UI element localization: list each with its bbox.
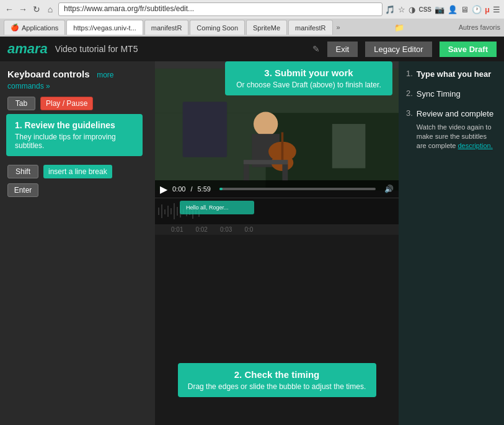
tab-manifestr2[interactable]: manifestR xyxy=(288,20,333,35)
apple-icon: 🍎 xyxy=(11,24,19,32)
svg-rect-9 xyxy=(244,164,249,181)
reload-button[interactable]: ↻ xyxy=(31,4,42,15)
timeline-bar: 0:01 0:02 0:03 0:0 xyxy=(155,224,399,235)
timeline-mark-2: 0:02 xyxy=(195,226,207,233)
waveform-svg: Hello all, Roger... xyxy=(155,198,399,224)
step-3-detail: Watch the video again to make sure the s… xyxy=(417,123,497,151)
video-controls: ▶ 0:00 / 5:59 🔊 xyxy=(155,180,399,198)
tooltip-submit-work[interactable]: 3. Submit your work Or choose Save Draft… xyxy=(225,61,392,95)
exit-button[interactable]: Exit xyxy=(327,42,358,57)
css-icon: CSS xyxy=(418,6,431,13)
home-button[interactable]: ⌂ xyxy=(45,4,56,15)
amara-header: amara Video tutorial for MT5 ✎ Exit Lega… xyxy=(0,37,504,61)
tooltip-submit-title: 3. Submit your work xyxy=(235,68,382,78)
step-3-text: Review and complete xyxy=(417,109,493,118)
svg-text:Hello all, Roger...: Hello all, Roger... xyxy=(186,204,229,211)
tooltip-review-body: They include tips for improving subtitle… xyxy=(15,133,134,150)
svg-rect-7 xyxy=(281,132,284,160)
back-button[interactable]: ← xyxy=(4,4,15,15)
progress-fill xyxy=(219,188,223,190)
screenshot-icon: 📷 xyxy=(435,5,444,14)
svg-rect-8 xyxy=(244,160,288,164)
timeline-mark-1: 0:01 xyxy=(171,226,183,233)
step-3: 3. Review and complete Watch the video a… xyxy=(406,108,497,151)
menu-icon[interactable]: ☰ xyxy=(493,5,500,14)
svg-rect-20 xyxy=(177,207,178,216)
step-2: 2. Sync Timing xyxy=(406,89,497,100)
svg-rect-18 xyxy=(170,208,172,214)
waveform-area: Hello all, Roger Larthaud, guitar teache… xyxy=(155,198,399,224)
tooltip-review-guidelines[interactable]: 1. Review the guidelines They include ti… xyxy=(6,114,143,156)
shift-enter-row: Shift Enter insert a line break xyxy=(7,165,148,199)
svg-rect-14 xyxy=(158,208,159,215)
svg-rect-10 xyxy=(282,164,288,181)
tab-coming-soon[interactable]: Coming Soon xyxy=(190,20,245,35)
step-1: 1. Type what you hear xyxy=(406,69,497,80)
svg-rect-19 xyxy=(174,203,175,219)
commands-link[interactable]: commands » xyxy=(7,82,148,90)
tab-vegas[interactable]: https://vegas.univ-t... xyxy=(66,20,143,35)
favorites-label[interactable]: Autres favoris xyxy=(459,24,500,31)
save-draft-button[interactable]: Save Draft xyxy=(440,42,497,57)
tooltip-review-title: 1. Review the guidelines xyxy=(15,120,134,130)
timeline-mark-4: 0:0 xyxy=(244,226,253,233)
legacy-editor-button[interactable]: Legacy Editor xyxy=(365,42,432,57)
bookmarks-folder: 📁 xyxy=(394,23,404,32)
tab-applications[interactable]: 🍎 Applications xyxy=(4,20,65,35)
tab-row: Tab Play / Pause xyxy=(7,97,148,110)
svg-rect-12 xyxy=(183,102,227,157)
tab-manifestr1[interactable]: manifestR xyxy=(144,20,189,35)
progress-bar[interactable] xyxy=(219,188,376,190)
forward-button[interactable]: → xyxy=(17,4,29,15)
timeline-mark-3: 0:03 xyxy=(220,226,232,233)
keyboard-controls-panel: Keyboard controls more commands » Tab Pl… xyxy=(0,61,155,425)
tooltip-submit-body: Or choose Save Draft (above) to finish l… xyxy=(235,81,382,89)
dj-icon: 🎵 xyxy=(385,5,395,14)
time-separator: / xyxy=(190,185,192,193)
user-icon: 👤 xyxy=(448,5,458,14)
svg-rect-17 xyxy=(167,206,169,217)
monitor-icon: 🖥 xyxy=(461,5,469,14)
tabs-bar: 🍎 Applications https://vegas.univ-t... m… xyxy=(0,19,504,36)
step-2-text: Sync Timing xyxy=(417,89,461,100)
more-tabs-button[interactable]: » xyxy=(337,24,340,31)
tab-key[interactable]: Tab xyxy=(7,97,35,110)
step-3-link[interactable]: description. xyxy=(458,142,493,149)
svg-rect-11 xyxy=(332,124,366,168)
tooltip-check-timing[interactable]: 2. Check the timing Drag the edges or sl… xyxy=(178,363,376,397)
edit-title-icon[interactable]: ✎ xyxy=(312,44,320,54)
main-area: Keyboard controls more commands » Tab Pl… xyxy=(0,61,504,425)
step-2-num: 2. xyxy=(406,89,413,100)
play-button[interactable]: ▶ xyxy=(160,183,167,195)
star-icon: ☆ xyxy=(398,5,405,14)
step-1-num: 1. xyxy=(406,69,413,80)
keyboard-controls-title: Keyboard controls xyxy=(7,69,90,79)
video-area: ▶ 0:00 / 5:59 🔊 Hello all, Roger Larthau… xyxy=(155,61,399,425)
shift-key[interactable]: Shift xyxy=(7,165,38,178)
tab-spriteme[interactable]: SpriteMe xyxy=(246,20,287,35)
more-link[interactable]: more xyxy=(97,71,113,79)
tooltip-timing-body: Drag the edges or slide the bubble to ad… xyxy=(188,382,366,391)
enter-key[interactable]: Enter xyxy=(7,183,38,197)
current-time: 0:00 xyxy=(172,185,185,193)
browser-icon1: ◑ xyxy=(409,5,415,14)
browser-chrome: ← → ↻ ⌂ https://www.amara.org/fr/subtitl… xyxy=(0,0,504,37)
steps-panel: 1. Type what you hear 2. Sync Timing 3. … xyxy=(399,61,504,425)
step-3-num: 3. xyxy=(406,108,413,151)
svg-rect-16 xyxy=(164,209,166,214)
amara-logo: amara xyxy=(7,41,48,57)
play-pause-key[interactable]: Play / Pause xyxy=(40,97,93,110)
mu-icon: μ xyxy=(485,5,490,14)
video-title: Video tutorial for MT5 xyxy=(55,44,305,54)
step-1-text: Type what you hear xyxy=(417,69,491,80)
url-bar[interactable]: https://www.amara.org/fr/subtitles/edit.… xyxy=(58,2,382,16)
nav-bar: ← → ↻ ⌂ https://www.amara.org/fr/subtitl… xyxy=(0,0,504,19)
volume-button[interactable]: 🔊 xyxy=(384,185,394,193)
svg-point-3 xyxy=(254,112,278,136)
svg-rect-15 xyxy=(161,204,162,218)
tooltip-timing-title: 2. Check the timing xyxy=(188,369,366,380)
clock-icon: 🕐 xyxy=(472,5,482,14)
insert-line-break-label: insert a line break xyxy=(43,165,112,178)
total-time: 5:59 xyxy=(197,185,210,193)
